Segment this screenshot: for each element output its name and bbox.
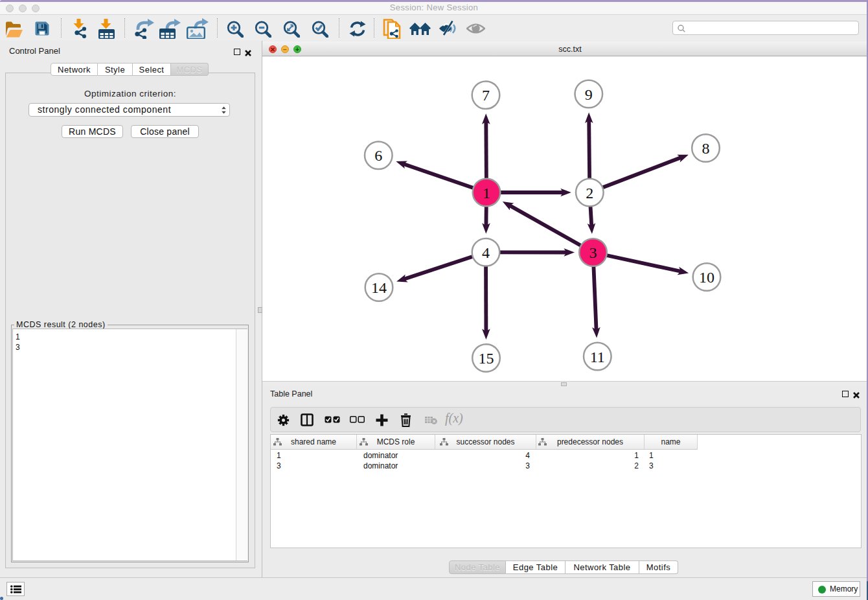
svg-text:3: 3 [589, 244, 597, 261]
svg-text:7: 7 [482, 87, 490, 104]
svg-text:10: 10 [699, 269, 714, 286]
svg-text:1: 1 [483, 185, 490, 202]
svg-text:14: 14 [371, 279, 387, 296]
svg-text:2: 2 [586, 185, 593, 202]
svg-text:9: 9 [585, 86, 593, 103]
svg-text:11: 11 [590, 349, 605, 365]
svg-text:4: 4 [482, 244, 490, 261]
svg-text:15: 15 [479, 350, 494, 367]
svg-text:6: 6 [374, 147, 382, 164]
svg-text:8: 8 [702, 140, 710, 157]
